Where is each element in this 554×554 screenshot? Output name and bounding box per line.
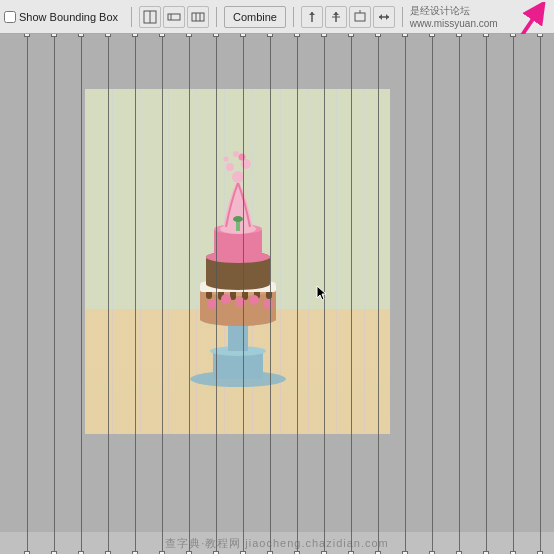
handle-top-6 bbox=[159, 34, 165, 37]
handle-top-1 bbox=[24, 34, 30, 37]
vline-15 bbox=[405, 34, 406, 554]
handle-top-9 bbox=[240, 34, 246, 37]
handle-top-10 bbox=[267, 34, 273, 37]
svg-rect-4 bbox=[192, 13, 204, 21]
align-btn-3[interactable] bbox=[349, 6, 371, 28]
vline-11 bbox=[297, 34, 298, 554]
canvas-area: 查字典·教程网 jiaocheng.chazidian.com bbox=[0, 34, 554, 554]
vline-8 bbox=[216, 34, 217, 554]
vline-18 bbox=[486, 34, 487, 554]
slice-tools-group bbox=[139, 6, 209, 28]
align-icon-3 bbox=[353, 10, 367, 24]
svg-rect-2 bbox=[168, 14, 180, 20]
vline-16 bbox=[432, 34, 433, 554]
svg-marker-16 bbox=[386, 14, 389, 20]
slice-tool-btn-2[interactable] bbox=[163, 6, 185, 28]
handle-top-13 bbox=[348, 34, 354, 37]
vline-6 bbox=[162, 34, 163, 554]
align-btn-1[interactable] bbox=[301, 6, 323, 28]
handle-top-8 bbox=[213, 34, 219, 37]
vline-13 bbox=[351, 34, 352, 554]
vline-2 bbox=[54, 34, 55, 554]
handle-top-15 bbox=[402, 34, 408, 37]
align-tools-group bbox=[301, 6, 395, 28]
vline-20 bbox=[540, 34, 541, 554]
show-bounding-box-checkbox[interactable] bbox=[4, 11, 16, 23]
vline-5 bbox=[135, 34, 136, 554]
vline-3 bbox=[81, 34, 82, 554]
handle-top-14 bbox=[375, 34, 381, 37]
divider-4 bbox=[402, 7, 403, 27]
slice-icon-2 bbox=[167, 10, 181, 24]
show-bounding-box-group: Show Bounding Box bbox=[4, 11, 124, 23]
slice-icon-1 bbox=[143, 10, 157, 24]
combine-button[interactable]: Combine bbox=[224, 6, 286, 28]
handle-top-18 bbox=[483, 34, 489, 37]
handle-top-2 bbox=[51, 34, 57, 37]
vline-7 bbox=[189, 34, 190, 554]
svg-marker-15 bbox=[379, 14, 382, 20]
cursor-icon bbox=[315, 284, 331, 300]
slice-tool-btn-1[interactable] bbox=[139, 6, 161, 28]
vline-1 bbox=[27, 34, 28, 554]
divider-1 bbox=[131, 7, 132, 27]
slice-icon-3 bbox=[191, 10, 205, 24]
vline-19 bbox=[513, 34, 514, 554]
toolbar: Show Bounding Box Combine bbox=[0, 0, 554, 34]
align-btn-4[interactable] bbox=[373, 6, 395, 28]
align-icon-1 bbox=[305, 10, 319, 24]
handle-top-16 bbox=[429, 34, 435, 37]
svg-marker-10 bbox=[333, 12, 339, 15]
vline-14 bbox=[378, 34, 379, 554]
handle-top-3 bbox=[78, 34, 84, 37]
align-btn-2[interactable] bbox=[325, 6, 347, 28]
svg-marker-60 bbox=[317, 286, 326, 300]
slice-tool-btn-3[interactable] bbox=[187, 6, 209, 28]
handle-top-19 bbox=[510, 34, 516, 37]
slice-lines-container bbox=[0, 34, 554, 554]
divider-3 bbox=[293, 7, 294, 27]
vline-17 bbox=[459, 34, 460, 554]
svg-marker-8 bbox=[309, 12, 315, 15]
vline-10 bbox=[270, 34, 271, 554]
vline-9 bbox=[243, 34, 244, 554]
show-bounding-box-label: Show Bounding Box bbox=[19, 11, 118, 23]
svg-rect-12 bbox=[355, 13, 365, 21]
handle-top-17 bbox=[456, 34, 462, 37]
handle-top-11 bbox=[294, 34, 300, 37]
handle-top-7 bbox=[186, 34, 192, 37]
handle-top-4 bbox=[105, 34, 111, 37]
handle-top-20 bbox=[537, 34, 543, 37]
handle-top-5 bbox=[132, 34, 138, 37]
align-icon-4 bbox=[377, 10, 391, 24]
align-icon-2 bbox=[329, 10, 343, 24]
divider-2 bbox=[216, 7, 217, 27]
handle-top-12 bbox=[321, 34, 327, 37]
vline-4 bbox=[108, 34, 109, 554]
